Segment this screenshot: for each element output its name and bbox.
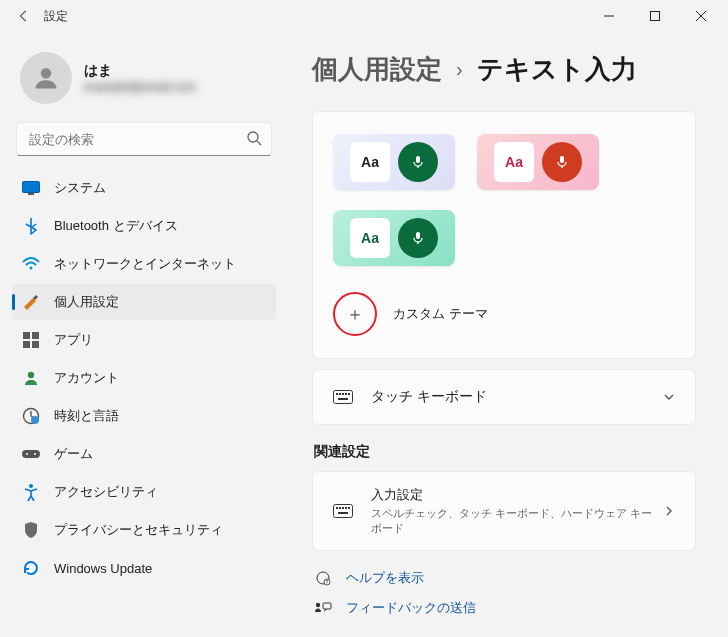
svg-point-41 bbox=[316, 603, 320, 607]
wifi-icon bbox=[22, 255, 40, 273]
svg-rect-42 bbox=[323, 603, 331, 609]
svg-rect-1 bbox=[651, 12, 660, 21]
sidebar-item-label: Windows Update bbox=[54, 561, 152, 576]
sidebar-item-apps[interactable]: アプリ bbox=[12, 322, 276, 358]
back-button[interactable] bbox=[16, 8, 32, 24]
sidebar-item-label: Bluetooth とデバイス bbox=[54, 217, 178, 235]
sidebar-item-system[interactable]: システム bbox=[12, 170, 276, 206]
svg-point-9 bbox=[30, 267, 33, 270]
theme-preset-pink[interactable]: Aa bbox=[477, 134, 599, 190]
breadcrumb: 個人用設定 › テキスト入力 bbox=[312, 52, 696, 87]
svg-rect-23 bbox=[416, 232, 420, 239]
sidebar-item-label: プライバシーとセキュリティ bbox=[54, 521, 223, 539]
sidebar-item-network[interactable]: ネットワークとインターネット bbox=[12, 246, 276, 282]
maximize-button[interactable] bbox=[632, 0, 678, 32]
main-content: 個人用設定 › テキスト入力 Aa Aa Aa bbox=[280, 32, 728, 637]
breadcrumb-separator: › bbox=[456, 58, 463, 81]
svg-rect-36 bbox=[348, 507, 350, 509]
sidebar: はま example@email.com システム Bluetooth とデバイ… bbox=[0, 32, 280, 637]
svg-rect-31 bbox=[334, 505, 353, 518]
breadcrumb-parent[interactable]: 個人用設定 bbox=[312, 52, 442, 87]
search-input[interactable] bbox=[16, 122, 272, 156]
theme-sample-text: Aa bbox=[494, 142, 534, 182]
help-link[interactable]: ? ヘルプを表示 bbox=[314, 569, 694, 587]
svg-rect-30 bbox=[338, 398, 348, 400]
svg-rect-8 bbox=[28, 193, 34, 195]
sidebar-item-label: アクセシビリティ bbox=[54, 483, 158, 501]
help-link-text: ヘルプを表示 bbox=[346, 569, 424, 587]
custom-theme-label: カスタム テーマ bbox=[393, 305, 488, 323]
svg-rect-28 bbox=[345, 393, 347, 395]
sidebar-item-accounts[interactable]: アカウント bbox=[12, 360, 276, 396]
svg-point-4 bbox=[41, 68, 52, 79]
svg-rect-13 bbox=[32, 341, 39, 348]
feedback-link[interactable]: フィードバックの送信 bbox=[314, 599, 694, 617]
touch-keyboard-label: タッチ キーボード bbox=[371, 388, 487, 406]
sidebar-item-label: システム bbox=[54, 179, 106, 197]
svg-rect-32 bbox=[336, 507, 338, 509]
add-icon: ＋ bbox=[333, 292, 377, 336]
update-icon bbox=[22, 559, 40, 577]
svg-line-6 bbox=[257, 141, 261, 145]
sidebar-item-label: アカウント bbox=[54, 369, 119, 387]
theme-preset-default[interactable]: Aa bbox=[333, 134, 455, 190]
svg-rect-27 bbox=[342, 393, 344, 395]
sidebar-item-label: 個人用設定 bbox=[54, 293, 119, 311]
feedback-icon bbox=[314, 599, 332, 617]
page-title: テキスト入力 bbox=[477, 52, 637, 87]
person-icon bbox=[22, 369, 40, 387]
svg-rect-33 bbox=[339, 507, 341, 509]
svg-point-20 bbox=[29, 484, 33, 488]
sidebar-item-personalization[interactable]: 個人用設定 bbox=[12, 284, 276, 320]
svg-rect-29 bbox=[348, 393, 350, 395]
svg-point-16 bbox=[31, 416, 39, 424]
svg-rect-26 bbox=[339, 393, 341, 395]
user-email: example@email.com bbox=[84, 80, 196, 94]
svg-rect-24 bbox=[334, 391, 353, 404]
system-icon bbox=[22, 179, 40, 197]
mic-icon bbox=[398, 218, 438, 258]
keyboard-icon bbox=[333, 390, 353, 404]
search-icon bbox=[246, 130, 262, 146]
touch-keyboard-card[interactable]: タッチ キーボード bbox=[312, 369, 696, 425]
svg-rect-37 bbox=[338, 512, 348, 514]
svg-point-14 bbox=[28, 372, 34, 378]
apps-icon bbox=[22, 331, 40, 349]
sidebar-item-windows-update[interactable]: Windows Update bbox=[12, 550, 276, 586]
feedback-link-text: フィードバックの送信 bbox=[346, 599, 476, 617]
paintbrush-icon bbox=[22, 293, 40, 311]
svg-rect-10 bbox=[23, 332, 30, 339]
svg-rect-11 bbox=[32, 332, 39, 339]
mic-icon bbox=[542, 142, 582, 182]
svg-point-18 bbox=[26, 453, 28, 455]
sidebar-item-label: ゲーム bbox=[54, 445, 93, 463]
chevron-down-icon bbox=[663, 391, 675, 403]
sidebar-item-accessibility[interactable]: アクセシビリティ bbox=[12, 474, 276, 510]
theme-sample-text: Aa bbox=[350, 142, 390, 182]
close-button[interactable] bbox=[678, 0, 724, 32]
theme-preset-green[interactable]: Aa bbox=[333, 210, 455, 266]
svg-text:?: ? bbox=[326, 579, 329, 585]
help-icon: ? bbox=[314, 569, 332, 587]
accessibility-icon bbox=[22, 483, 40, 501]
mic-icon bbox=[398, 142, 438, 182]
minimize-button[interactable] bbox=[586, 0, 632, 32]
sidebar-item-time-language[interactable]: 時刻と言語 bbox=[12, 398, 276, 434]
svg-point-19 bbox=[34, 453, 36, 455]
svg-rect-17 bbox=[22, 450, 40, 458]
gamepad-icon bbox=[22, 445, 40, 463]
avatar bbox=[20, 52, 72, 104]
svg-rect-35 bbox=[345, 507, 347, 509]
svg-rect-25 bbox=[336, 393, 338, 395]
sidebar-item-gaming[interactable]: ゲーム bbox=[12, 436, 276, 472]
sidebar-item-bluetooth[interactable]: Bluetooth とデバイス bbox=[12, 208, 276, 244]
sidebar-item-privacy[interactable]: プライバシーとセキュリティ bbox=[12, 512, 276, 548]
window-title: 設定 bbox=[44, 8, 68, 25]
svg-point-5 bbox=[248, 132, 258, 142]
input-settings-card[interactable]: 入力設定 スペルチェック、タッチ キーボード、ハードウェア キーボード bbox=[312, 471, 696, 551]
svg-rect-7 bbox=[23, 182, 40, 193]
titlebar: 設定 bbox=[0, 0, 728, 32]
svg-rect-34 bbox=[342, 507, 344, 509]
user-section[interactable]: はま example@email.com bbox=[12, 44, 276, 122]
custom-theme-button[interactable]: ＋ カスタム テーマ bbox=[333, 286, 675, 336]
